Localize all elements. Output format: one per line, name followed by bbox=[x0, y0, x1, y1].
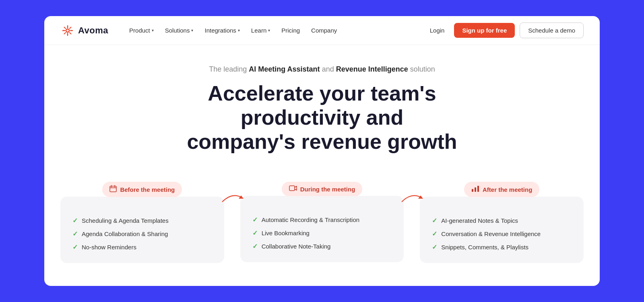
nav-links: Product ▾ Solutions ▾ Integrations ▾ Lea… bbox=[124, 24, 425, 37]
check-icon: ✓ bbox=[432, 217, 437, 224]
schedule-demo-button[interactable]: Schedule a demo bbox=[520, 23, 584, 38]
check-icon: ✓ bbox=[252, 229, 258, 237]
arrow-connector-1 bbox=[220, 190, 244, 206]
navbar: Avoma Product ▾ Solutions ▾ Integrations… bbox=[44, 16, 600, 45]
arrow-connector-2 bbox=[400, 190, 424, 206]
card-before: ✓ Scheduling & Agenda Templates ✓ Agenda… bbox=[60, 197, 224, 263]
badge-before: Before the meeting bbox=[102, 182, 182, 197]
chevron-down-icon: ▾ bbox=[238, 28, 240, 33]
calendar-icon bbox=[109, 185, 117, 194]
chart-icon bbox=[471, 185, 479, 194]
svg-rect-17 bbox=[472, 189, 473, 192]
hero-title: Accelerate your team's productivity andc… bbox=[161, 82, 483, 154]
badge-after: After the meeting bbox=[464, 182, 539, 197]
list-item: ✓ No-show Reminders bbox=[72, 243, 212, 251]
nav-item-company[interactable]: Company bbox=[306, 24, 342, 37]
svg-rect-18 bbox=[475, 187, 476, 192]
svg-rect-19 bbox=[477, 186, 479, 192]
badge-before-label: Before the meeting bbox=[120, 186, 175, 193]
check-icon: ✓ bbox=[252, 216, 258, 224]
before-features: ✓ Scheduling & Agenda Templates ✓ Agenda… bbox=[72, 217, 212, 251]
badge-during: During the meeting bbox=[282, 182, 363, 196]
list-item: ✓ Conversation & Revenue Intelligence bbox=[432, 230, 572, 238]
hero-section: The leading AI Meeting Assistant and Rev… bbox=[44, 45, 600, 182]
chevron-down-icon: ▾ bbox=[152, 28, 154, 33]
nav-item-integrations[interactable]: Integrations ▾ bbox=[200, 24, 244, 37]
signup-button[interactable]: Sign up for free bbox=[454, 23, 515, 38]
card-after: ✓ AI-generated Notes & Topics ✓ Conversa… bbox=[420, 197, 584, 263]
card-during-wrapper: During the meeting ✓ Automatic Recording… bbox=[240, 182, 404, 262]
list-item: ✓ Automatic Recording & Transcription bbox=[252, 216, 392, 224]
svg-rect-10 bbox=[110, 186, 116, 192]
cards-section: Before the meeting ✓ Scheduling & Agenda… bbox=[44, 182, 600, 283]
check-icon: ✓ bbox=[432, 243, 437, 251]
card-before-wrapper: Before the meeting ✓ Scheduling & Agenda… bbox=[60, 182, 224, 263]
chevron-down-icon: ▾ bbox=[268, 28, 270, 33]
login-button[interactable]: Login bbox=[425, 24, 450, 37]
hero-subtitle: The leading AI Meeting Assistant and Rev… bbox=[209, 65, 435, 74]
list-item: ✓ Agenda Collaboration & Sharing bbox=[72, 230, 212, 238]
during-features: ✓ Automatic Recording & Transcription ✓ … bbox=[252, 216, 392, 250]
list-item: ✓ Live Bookmarking bbox=[252, 229, 392, 237]
badge-during-label: During the meeting bbox=[300, 186, 355, 193]
logo-text: Avoma bbox=[78, 25, 108, 36]
main-container: Avoma Product ▾ Solutions ▾ Integrations… bbox=[44, 16, 600, 286]
badge-after-label: After the meeting bbox=[483, 186, 532, 193]
logo-icon bbox=[60, 23, 75, 38]
after-features: ✓ AI-generated Notes & Topics ✓ Conversa… bbox=[432, 217, 572, 251]
logo[interactable]: Avoma bbox=[60, 23, 108, 38]
check-icon: ✓ bbox=[72, 243, 78, 251]
svg-rect-15 bbox=[289, 186, 295, 191]
video-icon bbox=[289, 185, 297, 193]
check-icon: ✓ bbox=[432, 230, 437, 238]
check-icon: ✓ bbox=[72, 217, 78, 224]
nav-actions: Login Sign up for free Schedule a demo bbox=[425, 23, 584, 38]
card-during: ✓ Automatic Recording & Transcription ✓ … bbox=[240, 196, 404, 262]
card-after-wrapper: After the meeting ✓ AI-generated Notes &… bbox=[420, 182, 584, 263]
list-item: ✓ Scheduling & Agenda Templates bbox=[72, 217, 212, 224]
nav-item-learn[interactable]: Learn ▾ bbox=[246, 24, 275, 37]
check-icon: ✓ bbox=[252, 242, 258, 250]
nav-item-pricing[interactable]: Pricing bbox=[277, 24, 305, 37]
list-item: ✓ AI-generated Notes & Topics bbox=[432, 217, 572, 224]
nav-item-solutions[interactable]: Solutions ▾ bbox=[160, 24, 198, 37]
chevron-down-icon: ▾ bbox=[191, 28, 193, 33]
list-item: ✓ Collaborative Note-Taking bbox=[252, 242, 392, 250]
svg-marker-16 bbox=[418, 195, 423, 199]
svg-marker-14 bbox=[239, 195, 244, 199]
list-item: ✓ Snippets, Comments, & Playlists bbox=[432, 243, 572, 251]
check-icon: ✓ bbox=[72, 230, 78, 238]
nav-item-product[interactable]: Product ▾ bbox=[124, 24, 159, 37]
